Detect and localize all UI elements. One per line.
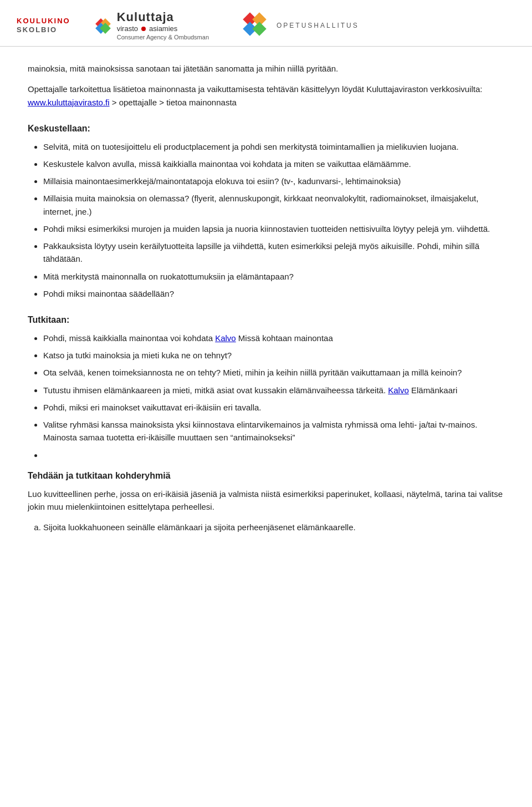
kuluttaja-main-word: Kuluttaja [117, 10, 209, 24]
kuluttaja-dot [141, 27, 146, 31]
list-item: Mitä merkitystä mainonnalla on ruokatott… [43, 270, 504, 283]
keskustellaan-list: Selvitä, mitä on tuotesijoittelu eli pro… [43, 140, 504, 301]
list-item: Millaisia mainontaesimerkkejä/mainontata… [43, 175, 504, 187]
opetushallitus-logo: OPETUSHALLITUS [242, 12, 359, 39]
list-item: Pohdi, miksi eri mainokset vaikuttavat e… [43, 401, 504, 414]
kuluttaja-text-block: Kuluttaja virasto asiamies Consumer Agen… [117, 10, 209, 40]
kuluttaja-sub-line: virasto asiamies [117, 24, 209, 33]
list-item: Pohdi miksi esimerkiksi murojen ja muide… [43, 222, 504, 235]
tutkitaan-list: Pohdi, missä kaikkialla mainontaa voi ko… [43, 332, 504, 461]
list-item: Pohdi miksi mainontaa säädellään? [43, 287, 504, 300]
kuluttajavirasto-link[interactable]: www.kuluttajavirasto.fi [28, 98, 110, 107]
tutkitaan-item-4-text: Pohdi, miksi eri mainokset vaikuttavat e… [43, 403, 261, 412]
koulukino-row1: KOULUKINO [17, 17, 70, 26]
koulukino-row2: SKOLBIO [17, 26, 70, 34]
section-tutkitaan-heading: Tutkitaan: [28, 313, 504, 327]
tutkitaan-item-2-text: Ota selvää, kenen toimeksiannosta ne on … [43, 368, 462, 377]
intro-paragraph-1: mainoksia, mitä mainoksissa sanotaan tai… [28, 62, 504, 75]
tehdaan-list: Sijoita luokkahuoneen seinälle elämänkaa… [43, 521, 504, 534]
section-keskustellaan-heading: Keskustellaan: [28, 122, 504, 136]
kalvo-link-2[interactable]: Kalvo [388, 385, 409, 395]
list-item: Millaisia muita mainoksia on olemassa? (… [43, 192, 504, 218]
tutkitaan-item-1-text: Katso ja tutki mainoksia ja mieti kuka n… [43, 351, 232, 360]
intro-paragraph-2: Opettajalle tarkoitettua lisätietoa main… [28, 83, 504, 109]
list-item: Selvitä, mitä on tuotesijoittelu eli pro… [43, 140, 504, 153]
kuluttaja-en: Consumer Agency & Ombudsman [117, 34, 209, 40]
intro-para2-text2: > opettajalle > tietoa mainonnasta [110, 98, 237, 107]
kalvo-link-1[interactable]: Kalvo [215, 333, 236, 343]
tehdaan-paragraph: Luo kuvitteellinen perhe, jossa on eri-i… [28, 488, 504, 514]
koulukino-logo: KOULUKINO SKOLBIO [17, 17, 70, 34]
list-item: Keskustele kalvon avulla, missä kaikkial… [43, 158, 504, 170]
list-item: Tutustu ihmisen elämänkaareen ja mieti, … [43, 384, 504, 397]
main-content: mainoksia, mitä mainoksissa sanotaan tai… [0, 47, 532, 564]
list-item: Pohdi, missä kaikkialla mainontaa voi ko… [43, 332, 504, 344]
kuluttaja-asiamies: asiamies [149, 24, 177, 33]
kuluttaja-diamond-icon [93, 16, 112, 35]
list-item-empty [43, 449, 504, 461]
opetus-diamond-icon [242, 12, 270, 39]
section-tehdaan-heading: Tehdään ja tutkitaan kohderyhmiä [28, 469, 504, 483]
kuluttaja-logo: Kuluttaja virasto asiamies Consumer Agen… [93, 10, 209, 40]
list-item: Sijoita luokkahuoneen seinälle elämänkaa… [43, 521, 504, 534]
opetushallitus-text: OPETUSHALLITUS [277, 22, 359, 29]
tutkitaan-item-5-text: Valitse ryhmäsi kanssa mainoksista yksi … [43, 420, 477, 442]
intro-para2-text1: Opettajalle tarkoitettua lisätietoa main… [28, 84, 482, 94]
list-item: Katso ja tutki mainoksia ja mieti kuka n… [43, 349, 504, 362]
svg-rect-7 [252, 22, 266, 35]
tutkitaan-item-3-text: Tutustu ihmisen elämänkaareen ja mieti, … [43, 385, 457, 395]
list-item: Valitse ryhmäsi kanssa mainoksista yksi … [43, 418, 504, 444]
page-header: KOULUKINO SKOLBIO Kuluttaja virasto asia… [0, 0, 532, 47]
list-item: Ota selvää, kenen toimeksiannosta ne on … [43, 366, 504, 379]
tutkitaan-item-0-text: Pohdi, missä kaikkialla mainontaa voi ko… [43, 333, 333, 343]
kuluttaja-virasto: virasto [117, 24, 138, 33]
list-item: Pakkauksista löytyy usein keräilytuottei… [43, 240, 504, 266]
